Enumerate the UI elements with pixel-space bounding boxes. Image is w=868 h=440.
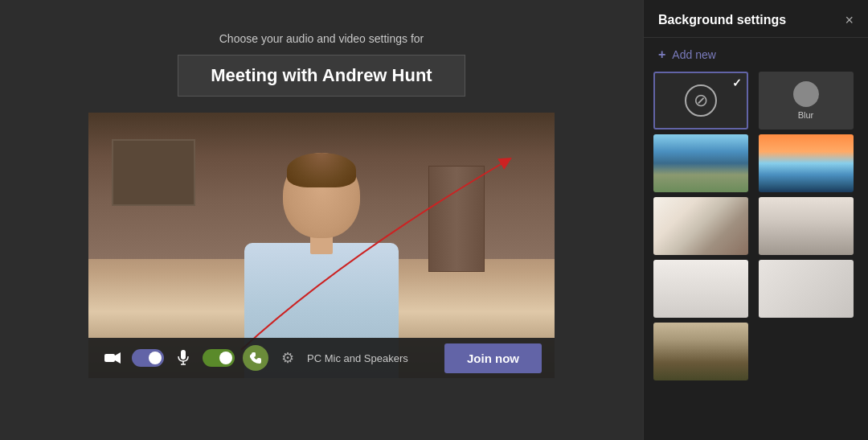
mic-icon (172, 347, 194, 369)
svg-marker-1 (115, 352, 121, 364)
plus-icon: + (658, 47, 665, 62)
bg-option-blur[interactable]: Blur (759, 72, 854, 130)
bg-option-minimal1[interactable] (653, 260, 748, 318)
bg-option-loft[interactable] (653, 323, 748, 380)
background-grid: ⊘ ✓ Blur (644, 72, 868, 390)
bg-option-minimal2[interactable] (759, 260, 854, 318)
camera-toggle-thumb (149, 352, 162, 364)
svg-rect-0 (104, 354, 115, 362)
blur-avatar-icon (793, 81, 819, 107)
bg-panel-header: Background settings × (644, 0, 868, 38)
phone-icon-circle[interactable] (243, 345, 268, 371)
hair (287, 153, 356, 187)
join-button[interactable]: Join now (444, 343, 542, 373)
speaker-label: PC Mic and Speakers (307, 352, 436, 364)
bg-option-office1[interactable] (653, 134, 748, 192)
head (283, 153, 360, 238)
close-bg-panel-button[interactable]: × (845, 13, 854, 27)
video-controls-bar: ⚙ PC Mic and Speakers Join now (88, 338, 555, 378)
video-preview-wrapper: ⚙ PC Mic and Speakers Join now (88, 113, 555, 378)
selected-checkmark: ✓ (732, 76, 742, 89)
main-area: Choose your audio and video settings for… (0, 0, 643, 440)
bg-option-modern[interactable] (759, 197, 854, 255)
blur-label: Blur (798, 110, 814, 120)
mic-toggle[interactable] (203, 349, 235, 367)
bg-option-city[interactable] (759, 134, 854, 192)
door (428, 166, 485, 272)
header-subtitle: Choose your audio and video settings for (219, 32, 424, 45)
add-new-background-button[interactable]: + Add new (644, 38, 868, 72)
meeting-title: Meeting with Andrew Hunt (211, 65, 432, 85)
bg-panel-title: Background settings (658, 13, 786, 27)
mic-toggle-thumb (219, 352, 232, 364)
bg-option-office2[interactable] (653, 197, 748, 255)
background-settings-panel: Background settings × + Add new ⊘ ✓ Blur (643, 0, 868, 440)
bg-option-none[interactable]: ⊘ ✓ (653, 72, 748, 130)
video-preview: ⚙ PC Mic and Speakers Join now (88, 113, 555, 378)
no-background-icon: ⊘ (685, 84, 717, 117)
wall-frame (112, 139, 195, 206)
meeting-title-box: Meeting with Andrew Hunt (178, 55, 465, 97)
svg-rect-2 (181, 350, 186, 360)
camera-icon (101, 347, 124, 369)
camera-toggle[interactable] (132, 349, 164, 367)
add-new-label: Add new (672, 48, 715, 61)
settings-icon[interactable]: ⚙ (276, 347, 299, 369)
